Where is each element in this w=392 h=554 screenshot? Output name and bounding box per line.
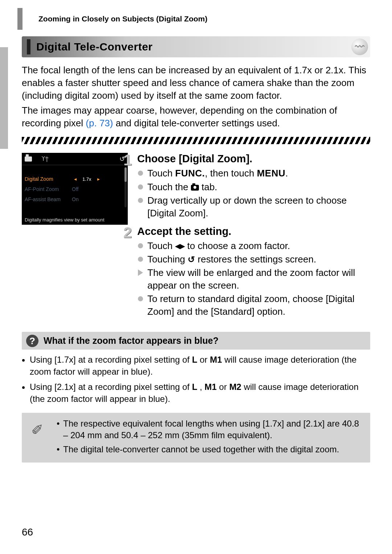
page: Zooming in Closely on Subjects (Digital …: [0, 0, 392, 463]
triangle-icon: [138, 269, 143, 276]
t: restores the settings screen.: [195, 254, 316, 265]
menu-value: Off: [72, 186, 78, 192]
t: To return to standard digital zoom, choo…: [147, 293, 355, 317]
question-icon: ?: [26, 335, 38, 347]
step-number-icon: 2: [123, 224, 132, 241]
menu-row-3: AF-assist Beam On: [22, 194, 128, 204]
size-M1-label: M1: [210, 355, 222, 364]
scrollbar: [124, 167, 127, 207]
bullet-icon: [138, 243, 143, 248]
arrow-right-icon: ▸: [95, 176, 102, 182]
t: Touch the: [147, 182, 191, 192]
steps-column: 1 Choose [Digital Zoom]. Touch FUNC., th…: [137, 153, 370, 324]
step-2-title: 2 Accept the setting.: [137, 225, 370, 237]
t: or: [217, 382, 229, 392]
accent-bar: [27, 39, 30, 54]
menu-row-2: AF-Point Zoom Off: [22, 184, 128, 194]
step-1-title: 1 Choose [Digital Zoom].: [137, 153, 370, 165]
t: Drag vertically up or down the screen to…: [147, 195, 347, 219]
size-L-label: L: [192, 382, 197, 392]
tools-tab-icon: ϒϯ: [41, 155, 49, 162]
t: .: [285, 168, 288, 179]
camera-topbar: ϒϯ ↺: [22, 153, 128, 165]
page-ref-link[interactable]: (p. 73): [86, 118, 113, 129]
bullet-icon: [138, 198, 143, 203]
step1-bullet-1: Touch FUNC., then touch MENU.: [137, 167, 370, 180]
steps-row: ϒϯ ↺ Digital Zoom ◂ 1.7x ▸ AF-Point Zoom…: [22, 153, 370, 324]
t: or: [197, 355, 210, 364]
camera-icon: [191, 185, 199, 191]
camera-tab-icon: [25, 156, 32, 162]
tip-item-1: Using [1.7x] at a recording pixel settin…: [30, 354, 370, 378]
decor-swirl-icon: 〰: [351, 38, 368, 55]
left-right-icon: ◂▸: [175, 240, 185, 251]
t: Touch: [147, 168, 175, 179]
t: The view will be enlarged and the zoom f…: [147, 267, 355, 291]
note-1: The respective equivalent focal lengths …: [57, 418, 364, 441]
arrow-left-icon: ◂: [72, 176, 79, 182]
camera-menu-screenshot: ϒϯ ↺ Digital Zoom ◂ 1.7x ▸ AF-Point Zoom…: [22, 153, 128, 225]
menu-label: AF-assist Beam: [25, 196, 72, 202]
step1-bullet-2: Touch the tab.: [137, 181, 370, 194]
bullet-icon: [138, 171, 143, 176]
return-icon: ↺: [188, 254, 195, 264]
menu-value: On: [72, 196, 79, 202]
t: ,: [197, 382, 205, 392]
divider-hatch: [22, 137, 370, 144]
side-tab: [0, 47, 8, 149]
t: tab.: [199, 182, 217, 192]
running-header: Zooming in Closely on Subjects (Digital …: [38, 15, 370, 23]
t: Using [2.1x] at a recording pixel settin…: [30, 382, 192, 392]
t: Touching: [147, 254, 188, 265]
pencil-icon: ✐: [31, 421, 44, 438]
menu-value: 1.7x: [79, 176, 95, 182]
t: , then touch: [205, 168, 257, 179]
t: Touch: [147, 240, 175, 251]
intro-paragraph-2: The images may appear coarse, however, d…: [22, 104, 370, 130]
step-1-title-text: Choose [Digital Zoom].: [137, 153, 252, 164]
bookmark-bar: [17, 8, 23, 30]
size-L-label: L: [192, 355, 197, 364]
menu-label: Digital Zoom: [25, 176, 72, 182]
step2-bullet-4: To return to standard digital zoom, choo…: [137, 293, 370, 318]
step-2-title-text: Accept the setting.: [137, 225, 231, 237]
menu-hint: Digitally magnifies view by set amount: [25, 217, 105, 223]
menu-label: AF-Point Zoom: [25, 186, 72, 192]
bullet-icon: [138, 296, 143, 301]
bullet-icon: [138, 257, 143, 262]
menu-label: MENU: [257, 168, 286, 179]
intro-paragraph-1: The focal length of the lens can be incr…: [22, 64, 370, 102]
intro2b: and digital tele-converter settings used…: [113, 118, 280, 129]
tip-item-2: Using [2.1x] at a recording pixel settin…: [30, 381, 370, 405]
tip-box: ? What if the zoom factor appears in blu…: [22, 332, 370, 350]
step-number-icon: 1: [123, 151, 132, 169]
step1-bullet-3: Drag vertically up or down the screen to…: [137, 194, 370, 220]
t: Using [1.7x] at a recording pixel settin…: [30, 355, 192, 364]
tip-title: What if the zoom factor appears in blue?: [44, 335, 366, 346]
step-2: 2 Accept the setting. Touch ◂▸ to choose…: [137, 225, 370, 318]
tip-list: Using [1.7x] at a recording pixel settin…: [22, 354, 370, 405]
func-label: FUNC.: [175, 168, 205, 179]
menu-row-digital-zoom: Digital Zoom ◂ 1.7x ▸: [22, 174, 128, 184]
page-number: 66: [22, 526, 33, 538]
note-2: The digital tele-converter cannot be use…: [57, 444, 364, 455]
section-title: Digital Tele-Converter: [36, 41, 153, 53]
bullet-icon: [138, 184, 143, 190]
t: to choose a zoom factor.: [185, 240, 290, 251]
step2-bullet-1: Touch ◂▸ to choose a zoom factor.: [137, 240, 370, 252]
size-M1-label: M1: [205, 382, 217, 392]
note-box: ✐ The respective equivalent focal length…: [22, 413, 370, 463]
section-title-bar: Digital Tele-Converter 〰: [22, 36, 370, 57]
step-1: 1 Choose [Digital Zoom]. Touch FUNC., th…: [137, 153, 370, 219]
size-M2-label: M2: [229, 382, 241, 392]
step2-bullet-2: Touching ↺ restores the settings screen.: [137, 253, 370, 266]
step2-bullet-3: The view will be enlarged and the zoom f…: [137, 266, 370, 292]
